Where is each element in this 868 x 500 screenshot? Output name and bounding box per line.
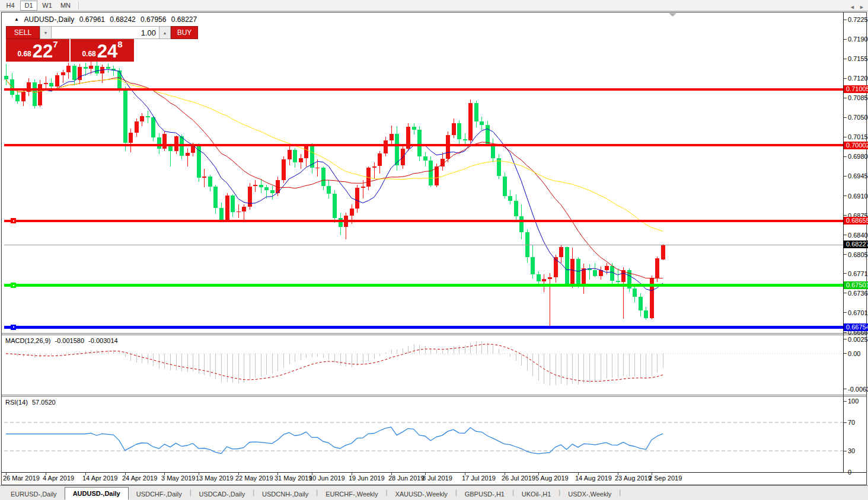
price-scale[interactable]	[844, 12, 868, 472]
toolbar-separator	[78, 2, 79, 9]
macd-signal-value: -0.003014	[88, 337, 118, 344]
timeframe-button-mn[interactable]: MN	[57, 1, 74, 11]
tab-usdcad-daily[interactable]: USDCAD-,Daily	[192, 489, 253, 500]
ohlc-open: 0.67961	[79, 15, 105, 24]
timeframe-toolbar: H4D1W1MN	[0, 0, 868, 11]
tab-usdchf-daily[interactable]: USDCHF-,Daily	[129, 489, 190, 500]
rsi-label: RSI(14) 57.0520	[5, 399, 58, 406]
sell-price-big: 22	[33, 43, 53, 60]
trading-terminal: H4D1W1MN 0.722500.719000.715500.712000.7…	[0, 0, 868, 500]
tab-usdx-weekly[interactable]: USDX-,Weekly	[560, 489, 619, 500]
ohlc-low: 0.67956	[141, 15, 166, 24]
sell-price-prefix: 0.68	[17, 50, 31, 58]
volume-increase-button[interactable]: ▲	[159, 26, 171, 39]
buy-button[interactable]: BUY	[171, 26, 198, 39]
ohlc-close: 0.68227	[171, 15, 197, 24]
macd-name: MACD(12,26,9)	[5, 337, 50, 344]
rsi-value: 57.0520	[32, 399, 56, 406]
chart-symbol-label: AUDUSD-,Daily	[24, 15, 75, 24]
ohlc-high: 0.68242	[110, 15, 135, 24]
tabs-scroll-left-icon[interactable]: ◄	[850, 4, 855, 10]
tab-eurchf-weekly[interactable]: EURCHF-,Weekly	[318, 489, 385, 500]
sell-price-pip: 7	[53, 39, 58, 49]
macd-main-value: -0.001580	[55, 337, 84, 344]
tab-gbpusd-h1[interactable]: GBPUSD-,H1	[457, 489, 512, 500]
volume-decrease-button[interactable]: ▼	[40, 26, 52, 39]
macd-label: MACD(12,26,9) -0.001580 -0.003014	[5, 337, 120, 344]
buy-price-prefix: 0.68	[82, 50, 95, 58]
tab-usdcnh-daily[interactable]: USDCNH-,Daily	[254, 489, 316, 500]
one-click-trading-panel: SELL ▼ ▲ BUY 0.68 22 7 0.68 24 8	[6, 26, 134, 62]
buy-price-panel[interactable]: 0.68 24 8	[71, 39, 134, 62]
tab-audusd-daily[interactable]: AUDUSD-,Daily	[65, 487, 129, 500]
tab-ukoil-h1[interactable]: UKOil-,H1	[514, 489, 559, 500]
collapse-panel-icon[interactable]: ▲	[14, 17, 19, 22]
timeframe-button-h4[interactable]: H4	[2, 1, 19, 11]
time-scale[interactable]	[2, 473, 866, 485]
tab-xauusd-weekly[interactable]: XAUUSD-,Weekly	[387, 489, 455, 500]
volume-input[interactable]	[52, 26, 159, 39]
chart-window	[1, 12, 867, 485]
tab-eurusd-daily[interactable]: EURUSD-,Daily	[3, 489, 65, 500]
sell-price-panel[interactable]: 0.68 22 7	[6, 39, 69, 62]
rsi-name: RSI(14)	[5, 399, 28, 406]
chart-title: ▲ AUDUSD-,Daily 0.67961 0.68242 0.67956 …	[14, 15, 200, 24]
tab-separator: |	[619, 489, 621, 497]
timeframe-button-d1[interactable]: D1	[20, 1, 37, 11]
sell-button[interactable]: SELL	[6, 26, 40, 39]
timeframe-button-w1[interactable]: W1	[39, 1, 56, 11]
symbol-tab-bar: EURUSD-,DailyAUDUSD-,DailyUSDCHF-,Daily|…	[0, 485, 868, 500]
tabs-scroll-right-icon[interactable]: ►	[859, 4, 864, 10]
buy-price-big: 24	[97, 43, 117, 60]
buy-price-pip: 8	[117, 39, 122, 49]
